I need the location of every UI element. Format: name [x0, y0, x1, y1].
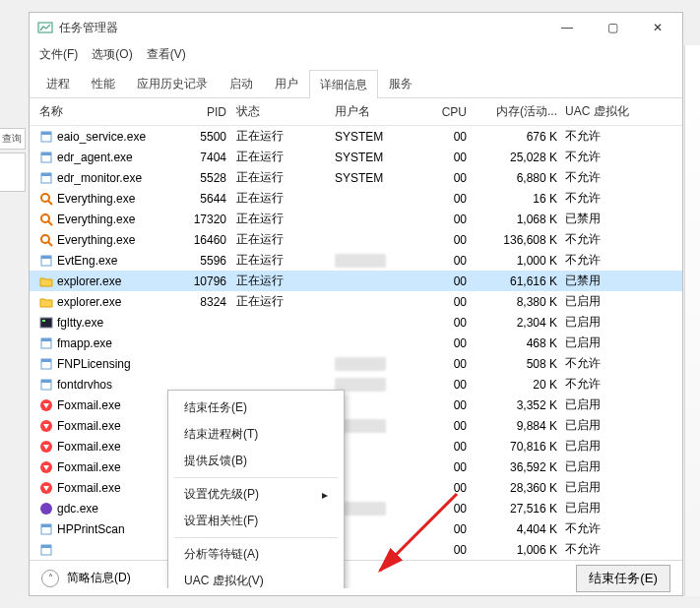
table-row[interactable]: Everything.exe5644正在运行0016 K不允许: [30, 188, 682, 209]
cell-name: Foxmail.exe: [57, 460, 121, 474]
table-row[interactable]: Foxmail.exe009,884 K已启用: [30, 415, 682, 436]
collapse-toggle[interactable]: ˄: [41, 570, 59, 587]
col-uac[interactable]: UAC 虚拟化: [557, 103, 636, 120]
col-name[interactable]: 名称: [39, 103, 185, 120]
context-menu-item[interactable]: 设置优先级(P)▸: [170, 481, 342, 508]
tab-details[interactable]: 详细信息: [309, 70, 378, 98]
task-manager-window: 任务管理器 — ▢ ✕ 文件(F) 选项(O) 查看(V) 进程 性能 应用历史…: [29, 12, 683, 596]
cell-cpu: 00: [423, 233, 467, 247]
titlebar: 任务管理器 — ▢ ✕: [30, 13, 682, 42]
col-status[interactable]: 状态: [236, 103, 335, 120]
generic-icon: [39, 357, 53, 371]
cell-status: 正在运行: [236, 211, 335, 227]
context-menu-item[interactable]: 设置相关性(F): [170, 508, 342, 534]
menu-item-label: 结束进程树(T): [184, 426, 258, 443]
cell-pid: 10796: [185, 274, 236, 288]
minimize-button[interactable]: —: [544, 13, 590, 42]
menu-view[interactable]: 查看(V): [147, 46, 186, 63]
cell-status: 正在运行: [236, 128, 335, 145]
maximize-button[interactable]: ▢: [590, 13, 635, 42]
cell-uac: 已启用: [557, 458, 636, 475]
table-row[interactable]: FNPLicensing00508 K不允许: [30, 353, 682, 374]
cell-memory: 27,516 K: [467, 502, 557, 516]
table-row[interactable]: explorer.exe8324正在运行008,380 K已启用: [30, 291, 682, 312]
cell-name: Everything.exe: [57, 233, 135, 247]
table-row[interactable]: Everything.exe17320正在运行001,068 K已禁用: [30, 209, 682, 229]
cell-pid: 5500: [185, 130, 236, 144]
cell-cpu: 00: [423, 440, 467, 454]
generic-icon: [39, 543, 53, 557]
col-pid[interactable]: PID: [185, 105, 236, 119]
cell-memory: 28,360 K: [467, 481, 557, 495]
cell-name: HPPrintScan: [57, 522, 125, 536]
table-row[interactable]: explorer.exe10796正在运行0061,616 K已禁用: [30, 271, 682, 291]
table-row[interactable]: Everything.exe16460正在运行00136,608 K不允许: [30, 229, 682, 250]
cell-name: EvtEng.exe: [57, 254, 117, 268]
cell-memory: 61,616 K: [467, 274, 557, 288]
table-row[interactable]: eaio_service.exe5500正在运行SYSTEM00676 K不允许: [30, 126, 682, 147]
context-menu-item[interactable]: 分析等待链(A): [170, 541, 342, 568]
context-menu-item[interactable]: 结束任务(E): [170, 395, 342, 421]
context-menu-item[interactable]: UAC 虚拟化(V): [170, 568, 342, 588]
table-row[interactable]: edr_monitor.exe5528正在运行SYSTEM006,880 K不允…: [30, 167, 682, 188]
folder-icon: [39, 274, 53, 288]
table-row[interactable]: EvtEng.exe5596正在运行001,000 K不允许: [30, 250, 682, 271]
table-row[interactable]: Foxmail.exe0028,360 K已启用: [30, 477, 682, 498]
cell-uac: 不允许: [557, 190, 636, 207]
brief-info-link[interactable]: 简略信息(D): [67, 570, 131, 586]
cell-cpu: 00: [423, 316, 467, 330]
table-row[interactable]: Foxmail.exe003,352 K已启用: [30, 395, 682, 415]
table-row[interactable]: gdc.exe0027,516 K已启用: [30, 498, 682, 518]
table-row[interactable]: edr_agent.exe7404正在运行SYSTEM0025,028 K不允许: [30, 147, 682, 167]
fox-icon: [39, 481, 53, 495]
tab-performance[interactable]: 性能: [81, 69, 126, 97]
cell-memory: 4,404 K: [467, 522, 557, 536]
generic-icon: [39, 254, 53, 268]
svg-rect-20: [41, 359, 51, 362]
cell-memory: 20 K: [467, 378, 557, 392]
cell-name: FNPLicensing: [57, 357, 131, 371]
close-button[interactable]: ✕: [635, 13, 680, 42]
cell-uac: 已启用: [557, 417, 636, 434]
cell-name: edr_monitor.exe: [57, 171, 142, 185]
cell-pid: 5644: [185, 192, 236, 206]
cell-name: fmapp.exe: [57, 336, 112, 350]
col-user[interactable]: 用户名: [335, 103, 423, 120]
generic-icon: [39, 171, 53, 185]
svg-rect-16: [42, 320, 45, 322]
cell-uac: 已启用: [557, 334, 636, 351]
table-row[interactable]: fgltty.exe002,304 K已启用: [30, 312, 682, 333]
context-menu-item[interactable]: 结束进程树(T): [170, 421, 342, 448]
cell-uac: 已启用: [557, 293, 636, 310]
cell-cpu: 00: [423, 213, 467, 226]
table-row[interactable]: Foxmail.exe0070,816 K已启用: [30, 436, 682, 456]
cell-pid: 17320: [185, 213, 236, 226]
context-menu-item[interactable]: 提供反馈(B): [170, 448, 342, 474]
table-row[interactable]: Foxmail.exe0036,592 K已启用: [30, 456, 682, 477]
cell-name: Foxmail.exe: [57, 419, 121, 433]
tab-startup[interactable]: 启动: [219, 69, 264, 97]
menu-options[interactable]: 选项(O): [92, 46, 132, 63]
tab-users[interactable]: 用户: [264, 69, 309, 97]
table-row[interactable]: 001,006 K不允许: [30, 539, 682, 560]
col-memory[interactable]: 内存(活动...: [467, 103, 557, 120]
cell-cpu: 00: [423, 357, 467, 371]
table-row[interactable]: HPPrintScan004,404 K不允许: [30, 518, 682, 539]
cell-name: explorer.exe: [57, 274, 121, 288]
end-task-button[interactable]: 结束任务(E): [576, 565, 670, 592]
tab-services[interactable]: 服务: [378, 69, 423, 97]
annotation-arrow: [370, 484, 469, 582]
cell-cpu: 00: [423, 295, 467, 309]
tab-processes[interactable]: 进程: [35, 69, 81, 97]
tab-app-history[interactable]: 应用历史记录: [126, 69, 219, 97]
svg-rect-22: [41, 380, 51, 383]
cell-name: fgltty.exe: [57, 316, 103, 330]
menu-file[interactable]: 文件(F): [39, 46, 78, 63]
tab-strip: 进程 性能 应用历史记录 启动 用户 详细信息 服务: [30, 69, 682, 98]
col-cpu[interactable]: CPU: [423, 105, 467, 119]
cell-memory: 1,006 K: [467, 543, 557, 557]
table-row[interactable]: fontdrvhos0020 K不允许: [30, 374, 682, 395]
table-row[interactable]: fmapp.exe00468 K已启用: [30, 333, 682, 353]
menu-item-label: UAC 虚拟化(V): [184, 573, 264, 588]
cell-memory: 25,028 K: [467, 151, 557, 164]
